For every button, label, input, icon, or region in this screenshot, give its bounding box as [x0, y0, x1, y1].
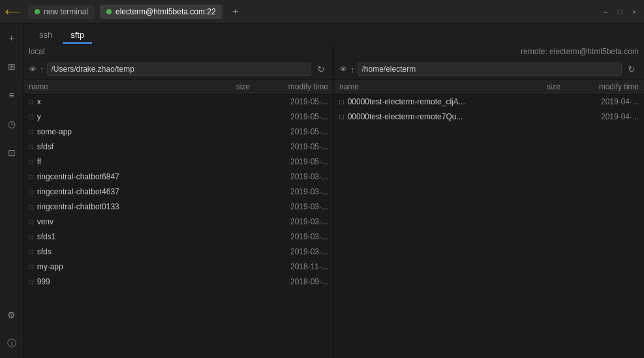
add-tab-button[interactable]: +	[228, 4, 243, 20]
file-name: □ my-app	[29, 262, 198, 271]
local-col-mtime: modify time	[250, 82, 328, 91]
file-mtime: 2019-03-...	[250, 217, 328, 226]
close-button[interactable]: ×	[630, 7, 639, 16]
file-mtime: 2019-03-...	[250, 187, 328, 196]
maximize-button[interactable]: □	[615, 7, 624, 16]
file-name: □ sfdsf	[29, 142, 198, 151]
file-mtime: 2019-05-...	[250, 97, 328, 106]
folder-icon: □	[29, 173, 33, 181]
tab-status-dot	[106, 9, 112, 14]
sidebar-terminal-icon[interactable]: ⊞	[3, 57, 21, 76]
folder-icon: □	[29, 218, 33, 226]
file-mtime: 2019-04-...	[560, 97, 639, 106]
remote-refresh-button[interactable]: ↻	[624, 62, 639, 76]
local-path-input[interactable]	[47, 63, 312, 76]
file-mtime: 2019-03-...	[250, 172, 328, 181]
remote-up-icon[interactable]: ↑	[350, 65, 355, 74]
file-mtime: 2019-04-...	[560, 112, 639, 121]
remote-path-bar: 👁 ↑ ↻	[334, 59, 644, 80]
remote-panel: remote: electerm@html5beta.com 👁 ↑ ↻ nam…	[334, 44, 644, 358]
file-mtime: 2019-05-...	[250, 127, 328, 136]
window-controls: – □ ×	[601, 7, 639, 16]
file-name: □ ringcentral-chatbot6847	[29, 172, 198, 181]
tab-label: electerm@html5beta.com:22	[115, 7, 216, 16]
folder-icon: □	[29, 203, 33, 211]
folder-icon: □	[29, 233, 33, 241]
table-row[interactable]: □ some-app 2019-05-...	[23, 125, 333, 140]
table-row[interactable]: □ sfds1 2019-03-...	[23, 230, 333, 245]
remote-col-size: size	[508, 82, 560, 91]
main-area: + ⊞ ≡ ◷ ⊡ ⚙ ⓘ ssh sftp local	[0, 23, 644, 358]
sidebar-clock-icon[interactable]: ◷	[3, 115, 21, 133]
file-name: □ y	[29, 112, 198, 121]
file-name: □ ringcentral-chatbot0133	[29, 202, 198, 211]
file-panels: local 👁 ↑ ↻ name size modify time □	[23, 44, 644, 358]
table-row[interactable]: □ 00000test-electerm-remote7Qu... 2019-0…	[334, 110, 644, 125]
remote-col-mtime: modify time	[560, 82, 639, 91]
table-row[interactable]: □ ringcentral-chatbot0133 2019-03-...	[23, 200, 333, 215]
local-panel-header: local	[23, 44, 333, 59]
sidebar-info-icon[interactable]: ⓘ	[3, 335, 21, 353]
sidebar: + ⊞ ≡ ◷ ⊡ ⚙ ⓘ	[0, 23, 23, 358]
table-row[interactable]: □ x 2019-05-...	[23, 95, 333, 110]
folder-icon: □	[29, 278, 33, 286]
folder-icon: □	[29, 263, 33, 271]
tab-ssh[interactable]: ssh	[31, 27, 60, 44]
folder-icon: □	[29, 113, 33, 121]
remote-path-input[interactable]	[358, 63, 622, 76]
local-col-size: size	[198, 82, 250, 91]
table-row[interactable]: □ ringcentral-chatbot6847 2019-03-...	[23, 170, 333, 185]
file-name: □ 00000test-electerm-remote7Qu...	[339, 112, 508, 121]
table-row[interactable]: □ 999 2018-09-...	[23, 275, 333, 290]
file-name: □ x	[29, 97, 198, 106]
folder-icon: □	[29, 128, 33, 136]
file-name: □ ringcentral-chatbot4637	[29, 187, 198, 196]
local-panel: local 👁 ↑ ↻ name size modify time □	[23, 44, 334, 358]
remote-file-list: □ 00000test-electerm-remote_cljA... 2019…	[334, 95, 644, 358]
file-mtime: 2018-09-...	[250, 277, 328, 286]
protocol-tabs: ssh sftp	[23, 23, 644, 44]
folder-icon: □	[29, 248, 33, 256]
folder-icon: □	[339, 98, 344, 106]
sidebar-add-icon[interactable]: +	[3, 29, 21, 47]
local-table-header: name size modify time	[23, 80, 333, 95]
sidebar-settings-icon[interactable]: ⚙	[3, 306, 21, 324]
table-row[interactable]: □ sfdsf 2019-05-...	[23, 140, 333, 155]
table-row[interactable]: □ ff 2019-05-...	[23, 155, 333, 170]
sidebar-layers-icon[interactable]: ≡	[3, 86, 21, 104]
tab-status-dot	[35, 9, 40, 14]
tab-new-terminal[interactable]: new terminal	[28, 5, 95, 19]
folder-icon: □	[29, 188, 33, 196]
local-file-list: □ x 2019-05-... □ y 2019-05-... □ some-a…	[23, 95, 333, 358]
table-row[interactable]: □ sfds 2019-03-...	[23, 245, 333, 260]
table-row[interactable]: □ ringcentral-chatbot4637 2019-03-...	[23, 185, 333, 200]
remote-eye-icon[interactable]: 👁	[339, 65, 348, 74]
file-mtime: 2018-11-...	[250, 262, 328, 271]
file-name: □ some-app	[29, 127, 198, 136]
file-name: □ venv	[29, 217, 198, 226]
local-eye-icon[interactable]: 👁	[29, 65, 37, 74]
local-path-bar: 👁 ↑ ↻	[23, 59, 333, 80]
local-refresh-button[interactable]: ↻	[314, 62, 328, 76]
folder-icon: □	[339, 113, 344, 121]
file-name: □ 00000test-electerm-remote_cljA...	[339, 97, 508, 106]
table-row[interactable]: □ my-app 2018-11-...	[23, 260, 333, 275]
table-row[interactable]: □ y 2019-05-...	[23, 110, 333, 125]
titlebar: ⟵ new terminal electerm@html5beta.com:22…	[0, 0, 644, 23]
folder-icon: □	[29, 143, 33, 151]
file-mtime: 2019-03-...	[250, 202, 328, 211]
tab-sftp[interactable]: sftp	[63, 27, 92, 44]
table-row[interactable]: □ venv 2019-03-...	[23, 215, 333, 230]
minimize-button[interactable]: –	[601, 7, 610, 16]
remote-col-name: name	[339, 82, 508, 91]
file-name: □ sfds	[29, 247, 198, 256]
table-row[interactable]: □ 00000test-electerm-remote_cljA... 2019…	[334, 95, 644, 110]
local-col-name: name	[29, 82, 198, 91]
tab-electerm[interactable]: electerm@html5beta.com:22	[100, 5, 222, 19]
file-mtime: 2019-03-...	[250, 232, 328, 241]
content-area: ssh sftp local 👁 ↑ ↻	[23, 23, 644, 358]
file-mtime: 2019-05-...	[250, 157, 328, 166]
local-up-icon[interactable]: ↑	[40, 65, 44, 74]
sidebar-image-icon[interactable]: ⊡	[3, 143, 21, 162]
add-tab-icon: +	[232, 6, 238, 18]
